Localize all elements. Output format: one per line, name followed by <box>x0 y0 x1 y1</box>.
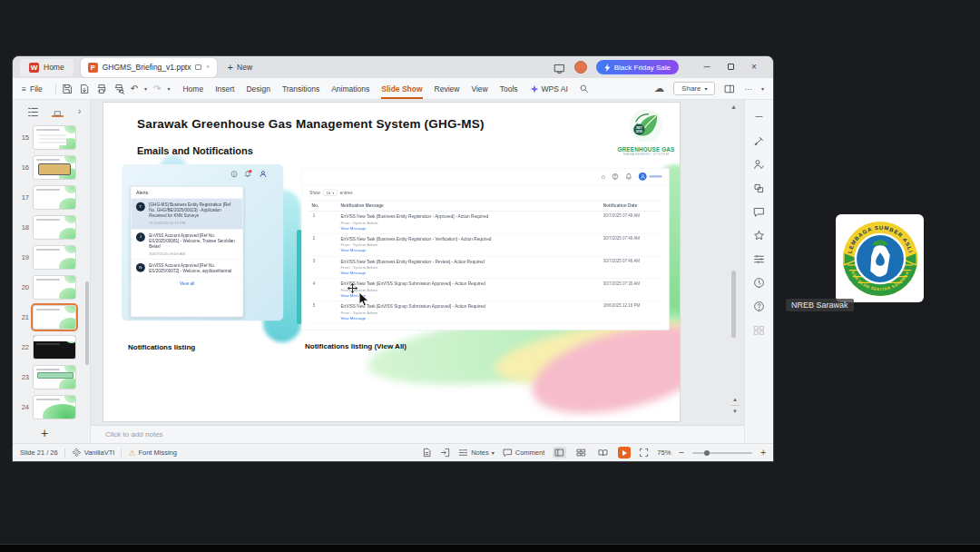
whiteboard-icon[interactable] <box>554 62 565 74</box>
slide-thumbnail-19[interactable]: 19 <box>16 245 84 270</box>
close-button[interactable]: × <box>742 56 766 78</box>
menu-tools[interactable]: Tools <box>500 78 518 99</box>
zoom-in-button[interactable]: + <box>760 448 766 458</box>
export-icon[interactable] <box>79 84 90 94</box>
cloud-sync-icon[interactable]: ☁ <box>654 83 664 94</box>
star-icon[interactable] <box>753 229 765 241</box>
font-missing-warning[interactable]: Font Missing <box>138 448 177 457</box>
fit-screen-icon[interactable] <box>639 448 649 458</box>
zoom-slider[interactable] <box>692 452 752 454</box>
participant-video-tile[interactable]: LEMBAGA SUMBER ASLI DAN ALAM SEKITAR SAR… <box>836 214 924 302</box>
minimize-button[interactable]: ─ <box>695 56 719 78</box>
shapes-icon[interactable] <box>753 182 765 193</box>
new-tab-button[interactable]: + New <box>228 62 252 73</box>
thumbnail-preview[interactable] <box>33 275 76 300</box>
alert-item[interactable]: NEnVISS Account Approved [Ref No. ES/202… <box>131 260 242 278</box>
tab-home[interactable]: W Home <box>20 59 74 76</box>
notes-toggle[interactable]: Notes ▾ <box>458 448 495 458</box>
menu-design[interactable]: Design <box>246 78 270 99</box>
slide-thumbnail-18[interactable]: 18 <box>16 215 84 240</box>
tools-icon[interactable] <box>753 134 765 146</box>
row-view-message-link[interactable]: View Message <box>340 316 598 320</box>
alert-item[interactable]: JEnVISS Account Approved [Ref No. ES/202… <box>131 229 242 259</box>
task-pane-icon[interactable] <box>422 448 432 458</box>
slide-canvas[interactable]: Sarawak Greenhouse Gas Management System… <box>103 102 681 422</box>
canvas-scrollbar[interactable] <box>731 271 736 338</box>
slide-sorter-button[interactable] <box>574 447 588 458</box>
help-icon[interactable] <box>753 300 765 311</box>
notifications-table-screenshot[interactable]: ⌂ Show 10 <box>301 168 670 330</box>
slide-thumbnail-23[interactable]: 23 <box>16 365 84 389</box>
comment-icon[interactable] <box>753 205 765 217</box>
print-preview-icon[interactable] <box>113 84 124 94</box>
collapse-panel-icon[interactable]: › <box>78 106 81 116</box>
thumbnail-preview[interactable] <box>33 155 76 180</box>
slides-view-icon[interactable] <box>52 105 64 117</box>
zoom-level[interactable]: 75% <box>657 448 671 457</box>
alerts-screenshot[interactable]: Alerts T[GHG-MS] Business Entity Registr… <box>122 164 283 320</box>
ribbon-layout-icon[interactable] <box>724 84 735 94</box>
add-slide-button[interactable]: + <box>34 425 54 441</box>
wps-ai-menu[interactable]: WPS AI <box>530 84 568 94</box>
row-view-message-link[interactable]: View Message <box>340 249 598 253</box>
comment-button[interactable]: Comment <box>503 448 545 458</box>
menu-slide-show[interactable]: Slide Show <box>381 78 422 99</box>
row-view-message-link[interactable]: View Message <box>340 271 598 275</box>
file-menu[interactable]: ≡ File <box>22 84 43 94</box>
account-avatar[interactable] <box>574 61 587 74</box>
slide-subtitle[interactable]: Emails and Notifications <box>137 145 253 156</box>
more-options-icon[interactable]: ··· <box>744 84 752 94</box>
notes-bar[interactable]: Click to add notes <box>91 425 744 443</box>
maximize-button[interactable] <box>719 56 742 78</box>
thumbnail-preview[interactable] <box>33 335 76 360</box>
menu-review[interactable]: Review <box>435 78 460 99</box>
thumbnail-preview[interactable] <box>33 305 76 330</box>
slide-thumbnail-22[interactable]: 22 <box>16 335 84 360</box>
menu-animations[interactable]: Animations <box>331 78 369 99</box>
apps-icon[interactable] <box>753 323 765 335</box>
slide-thumbnail-17[interactable]: 17 <box>16 185 84 210</box>
thumbnail-preview[interactable] <box>33 185 76 210</box>
hide-ribbon-icon[interactable]: ─ <box>753 111 765 123</box>
thumbnail-preview[interactable] <box>33 215 76 240</box>
share-button[interactable]: Share ▾ <box>673 82 715 95</box>
entries-select[interactable]: 10 ▾ <box>323 190 337 196</box>
canvas-scroll-up-icon[interactable]: ▲ <box>730 104 737 110</box>
slide-thumbnail-16[interactable]: 16 <box>16 155 84 180</box>
normal-view-button[interactable] <box>553 447 566 458</box>
slide-thumbnail-20[interactable]: 20 <box>16 275 84 300</box>
menu-view[interactable]: View <box>471 78 487 99</box>
row-view-message-link[interactable]: View Message <box>340 293 598 298</box>
undo-dropdown-icon[interactable]: ▾ <box>144 85 147 92</box>
menu-insert[interactable]: Insert <box>215 78 234 99</box>
black-friday-sale-button[interactable]: Black Friday Sale <box>596 60 679 74</box>
handout-icon[interactable] <box>440 448 450 458</box>
zoom-out-button[interactable]: − <box>679 448 684 458</box>
theme-name[interactable]: VanillaVTI <box>84 448 115 457</box>
view-all-link[interactable]: View all <box>131 278 242 290</box>
menu-transitions[interactable]: Transitions <box>282 78 319 99</box>
tasks-icon[interactable] <box>753 158 765 170</box>
print-icon[interactable] <box>96 84 107 94</box>
thumbnail-preview[interactable] <box>33 365 76 389</box>
undo-icon[interactable]: ↶ <box>131 84 138 94</box>
save-icon[interactable] <box>62 84 73 94</box>
search-icon[interactable] <box>579 84 589 94</box>
thumbnail-preview[interactable] <box>33 245 76 270</box>
alert-item[interactable]: T[GHG-MS] Business Entity Registration [… <box>131 199 242 229</box>
caption-right[interactable]: Notifications listing (View All) <box>305 342 407 350</box>
thumbnail-scrollbar[interactable] <box>85 281 89 365</box>
menu-home[interactable]: Home <box>182 78 203 99</box>
slide-thumbnail-15[interactable]: 15 <box>16 125 84 150</box>
qat-more-icon[interactable]: ▾ <box>167 85 170 92</box>
tab-document[interactable]: P GHGMS_Briefing_v1.pptx * <box>81 58 217 77</box>
thumbnail-preview[interactable] <box>33 125 76 150</box>
history-icon[interactable] <box>753 276 765 288</box>
reading-view-button[interactable] <box>596 447 610 458</box>
previous-slide-button[interactable]: ▲ <box>732 397 738 402</box>
slide-title[interactable]: Sarawak Greenhouse Gas Management System… <box>137 117 485 131</box>
row-view-message-link[interactable]: View Message <box>340 226 598 231</box>
collapse-ribbon-icon[interactable]: ▾ <box>761 85 764 92</box>
slideshow-play-button[interactable] <box>618 447 631 458</box>
outline-view-icon[interactable] <box>27 105 39 117</box>
